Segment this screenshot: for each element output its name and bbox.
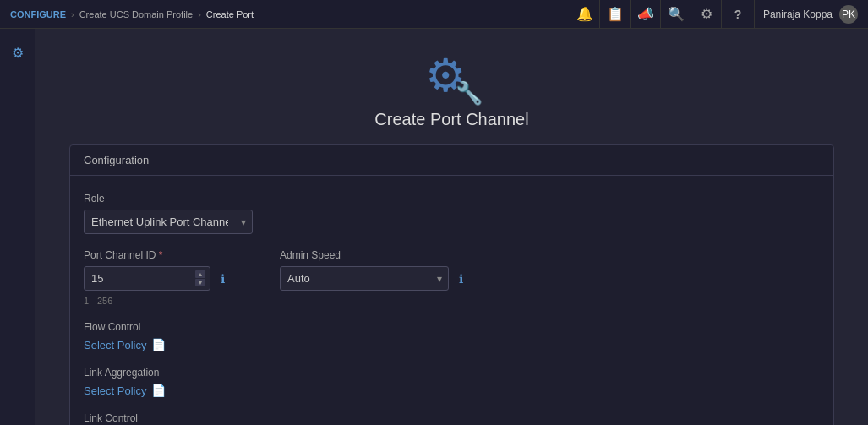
breadcrumb-sep-1: › [71, 9, 74, 19]
role-select-wrap: Ethernet Uplink Port Channel FCoE Uplink… [84, 210, 253, 234]
page-icon: ⚙ 🔧 [425, 49, 479, 103]
role-label: Role [84, 193, 820, 204]
link-aggregation-section: Link Aggregation Select Policy 📄 [84, 367, 820, 397]
stepper-down-btn[interactable]: ▼ [195, 279, 205, 286]
username-label: Paniraja Koppa [763, 8, 833, 20]
topbar-icon-group: 🔔 📋 📣 🔍 ⚙ ? Paniraja Koppa PK [571, 0, 858, 29]
panel-header: Configuration [70, 145, 833, 176]
help-icon-btn[interactable]: ? [723, 0, 752, 29]
admin-speed-label: Admin Speed [280, 249, 463, 261]
page-title: Create Port Channel [374, 110, 528, 129]
link-aggregation-select-link[interactable]: Select Policy 📄 [84, 384, 820, 397]
port-channel-id-info-icon[interactable]: ℹ [221, 272, 225, 286]
settings-icon-btn[interactable]: ⚙ [693, 0, 722, 29]
configure-link[interactable]: CONFIGURE [10, 9, 66, 19]
link-aggregation-doc-icon: 📄 [151, 384, 166, 397]
breadcrumb-create-port: Create Port [206, 9, 254, 19]
configuration-panel: Configuration Role Ethernet Uplink Port … [69, 144, 834, 425]
port-channel-id-wrap: ▲ ▼ [84, 266, 210, 291]
port-channel-id-stepper: ▲ ▼ [195, 270, 205, 286]
sidebar-icon-configure[interactable]: ⚙ [3, 37, 33, 68]
avatar: PK [839, 5, 858, 24]
topbar: CONFIGURE › Create UCS Domain Profile › … [0, 0, 868, 29]
main-content: ⚙ 🔧 Create Port Channel Configuration Ro… [35, 29, 868, 425]
breadcrumb: CONFIGURE › Create UCS Domain Profile › … [10, 9, 254, 19]
user-menu[interactable]: Paniraja Koppa PK [754, 0, 858, 29]
flow-control-section: Flow Control Select Policy 📄 [84, 321, 820, 351]
admin-speed-info-icon[interactable]: ℹ [459, 272, 463, 286]
main-layout: ⚙ ⚙ 🔧 Create Port Channel Configuration … [0, 29, 868, 425]
search-icon-btn[interactable]: 🔍 [663, 0, 691, 29]
port-channel-id-label: Port Channel ID * [84, 249, 253, 261]
flow-control-doc-icon: 📄 [151, 338, 166, 351]
port-channel-id-input-row: ▲ ▼ ℹ [84, 266, 253, 291]
role-select[interactable]: Ethernet Uplink Port Channel FCoE Uplink… [84, 210, 253, 234]
wrench-icon: 🔧 [456, 80, 483, 106]
link-aggregation-label: Link Aggregation [84, 367, 820, 379]
flow-control-label: Flow Control [84, 321, 820, 333]
breadcrumb-sep-2: › [198, 9, 201, 19]
admin-speed-select[interactable]: Auto 1Gbps 10Gbps 25Gbps 40Gbps 100Gbps [280, 266, 449, 291]
link-control-label: Link Control [84, 412, 820, 424]
port-channel-id-group: Port Channel ID * ▲ ▼ ℹ [84, 249, 253, 306]
page-header: ⚙ 🔧 Create Port Channel [35, 29, 868, 144]
panel-header-label: Configuration [84, 154, 149, 166]
bell-icon-btn[interactable]: 🔔 [571, 0, 600, 29]
required-marker: * [159, 249, 163, 261]
breadcrumb-ucs[interactable]: Create UCS Domain Profile [79, 9, 194, 19]
link-control-section: Link Control Select Policy 📄 [84, 412, 820, 425]
link-aggregation-select-text: Select Policy [84, 384, 146, 397]
admin-speed-group: Admin Speed Auto 1Gbps 10Gbps 25Gbps 40G… [280, 249, 463, 306]
flow-control-select-text: Select Policy [84, 339, 146, 351]
stepper-up-btn[interactable]: ▲ [195, 270, 205, 278]
tasks-icon-btn[interactable]: 📋 [602, 0, 631, 29]
announcements-icon-btn[interactable]: 📣 [632, 0, 661, 29]
flow-control-select-link[interactable]: Select Policy 📄 [84, 338, 820, 351]
sidebar: ⚙ [0, 29, 35, 425]
panel-body: Role Ethernet Uplink Port Channel FCoE U… [70, 176, 833, 425]
port-channel-id-input[interactable] [84, 266, 210, 291]
port-speed-row: Port Channel ID * ▲ ▼ ℹ [84, 249, 820, 306]
admin-speed-select-wrap: Auto 1Gbps 10Gbps 25Gbps 40Gbps 100Gbps … [280, 266, 449, 291]
admin-speed-select-row: Auto 1Gbps 10Gbps 25Gbps 40Gbps 100Gbps … [280, 266, 463, 291]
port-channel-id-hint: 1 - 256 [84, 296, 253, 306]
role-field-group: Role Ethernet Uplink Port Channel FCoE U… [84, 193, 820, 234]
